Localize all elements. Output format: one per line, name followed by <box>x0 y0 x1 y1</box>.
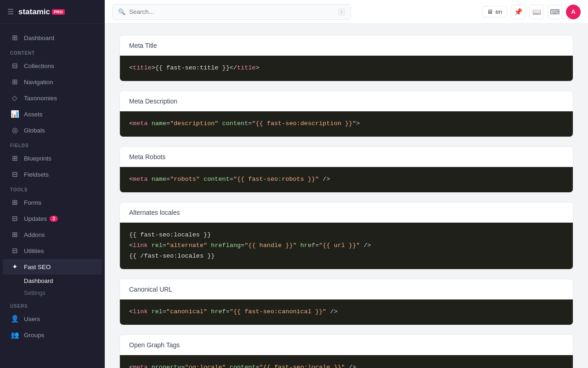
assets-icon: 📊 <box>10 109 19 119</box>
sidebar-item-navigation-label: Navigation <box>24 79 53 86</box>
code-line: <title>{{ fast-seo:title }}</title> <box>129 63 564 74</box>
code-line: <meta property="og:locale" content="{{ f… <box>129 362 564 368</box>
sidebar-item-fastseo[interactable]: ✦ Fast SEO <box>3 259 102 275</box>
section-label-content: CONTENT <box>0 46 105 58</box>
sidebar-item-blueprints[interactable]: ⊞ Blueprints <box>3 150 102 166</box>
sidebar: ☰ statamic PRO ⊞ Dashboard CONTENT ⊟ Col… <box>0 0 105 368</box>
sidebar-item-taxonomies[interactable]: ◇ Taxonomies <box>3 90 102 106</box>
fieldsets-icon: ⊟ <box>10 170 19 179</box>
sidebar-item-assets-label: Assets <box>24 111 43 118</box>
main-area: 🔍 / 🖥 en 📌 📖 ⌨ A Meta Title<title>{{ fas… <box>105 0 588 368</box>
addons-icon: ⊞ <box>10 230 19 239</box>
taxonomies-icon: ◇ <box>10 93 19 103</box>
code-section-header-meta-robots: Meta Robots <box>120 147 573 167</box>
code-block-canonical-url: <link rel="canonical" href="{{ fast-seo:… <box>120 299 573 325</box>
code-section-canonical-url: Canonical URL<link rel="canonical" href=… <box>119 279 573 325</box>
sidebar-nav: ⊞ Dashboard CONTENT ⊟ Collections ⊞ Navi… <box>0 24 105 368</box>
section-label-fields: FIELDS <box>0 138 105 150</box>
sidebar-subitem-settings-label: Settings <box>24 289 45 296</box>
topbar: 🔍 / 🖥 en 📌 📖 ⌨ A <box>105 0 588 24</box>
content-area: Meta Title<title>{{ fast-seo:title }}</t… <box>105 24 588 368</box>
code-line: <meta name="robots" content="{{ fast-seo… <box>129 174 564 185</box>
user-avatar[interactable]: A <box>566 5 581 19</box>
section-label-users: USERS <box>0 299 105 310</box>
code-block-meta-title: <title>{{ fast-seo:title }}</title> <box>120 56 573 81</box>
book-icon-button[interactable]: 📖 <box>529 5 544 19</box>
code-section-header-alternates-locales: Alternates locales <box>120 202 573 223</box>
navigation-icon: ⊞ <box>10 77 19 86</box>
keyboard-icon-button[interactable]: ⌨ <box>548 5 562 19</box>
blueprints-icon: ⊞ <box>10 154 19 163</box>
code-block-open-graph-tags: <meta property="og:locale" content="{{ f… <box>120 355 573 368</box>
sidebar-subitem-dashboard-label: Dashboard <box>24 277 53 284</box>
sidebar-subitem-settings[interactable]: Settings <box>3 287 102 299</box>
sidebar-item-fieldsets-label: Fieldsets <box>24 171 49 178</box>
code-line: <link rel="canonical" href="{{ fast-seo:… <box>129 307 564 317</box>
code-section-header-open-graph-tags: Open Graph Tags <box>120 335 573 355</box>
dashboard-icon: ⊞ <box>10 33 19 42</box>
sidebar-item-globals-label: Globals <box>24 127 45 134</box>
language-selector[interactable]: 🖥 en <box>482 6 507 17</box>
sidebar-item-assets[interactable]: 📊 Assets <box>3 106 102 122</box>
section-label-tools: TOOLS <box>0 183 105 194</box>
sidebar-item-forms[interactable]: ⊞ Forms <box>3 195 102 210</box>
search-input[interactable] <box>129 8 338 15</box>
sidebar-item-taxonomies-label: Taxonomies <box>24 95 57 102</box>
slash-key-badge: / <box>338 8 345 16</box>
forms-icon: ⊞ <box>10 198 19 207</box>
code-section-meta-robots: Meta Robots<meta name="robots" content="… <box>119 146 573 193</box>
code-section-alternates-locales: Alternates locales{{ fast-seo:locales }}… <box>119 202 573 270</box>
fastseo-icon: ✦ <box>10 262 19 271</box>
sidebar-item-dashboard-label: Dashboard <box>24 34 54 41</box>
code-section-header-meta-description: Meta Description <box>120 91 573 111</box>
code-line: {{ fast-seo:locales }} <box>129 230 564 241</box>
code-section-open-graph-tags: Open Graph Tags<meta property="og:locale… <box>119 334 573 368</box>
utilities-icon: ⊟ <box>10 246 19 255</box>
code-block-meta-description: <meta name="description" content="{{ fas… <box>120 111 573 137</box>
sidebar-item-utilities[interactable]: ⊟ Utilities <box>3 243 102 259</box>
menu-icon[interactable]: ☰ <box>7 7 14 16</box>
sidebar-item-fastseo-label: Fast SEO <box>24 264 51 270</box>
logo-pro-badge: PRO <box>52 9 65 15</box>
updates-icon: ⊟ <box>10 214 19 223</box>
sidebar-item-users-label: Users <box>24 316 40 322</box>
sidebar-header: ☰ statamic PRO <box>0 0 105 24</box>
sidebar-item-collections[interactable]: ⊟ Collections <box>3 58 102 74</box>
sidebar-item-dashboard[interactable]: ⊞ Dashboard <box>3 30 102 46</box>
search-icon: 🔍 <box>118 8 125 15</box>
search-box[interactable]: 🔍 / <box>112 4 351 20</box>
sidebar-item-fieldsets[interactable]: ⊟ Fieldsets <box>3 167 102 182</box>
code-section-meta-title: Meta Title<title>{{ fast-seo:title }}</t… <box>119 35 573 81</box>
sidebar-item-updates-label: Updates <box>24 215 47 222</box>
code-line: <meta name="description" content="{{ fas… <box>129 119 564 129</box>
sidebar-item-collections-label: Collections <box>24 63 54 69</box>
collections-icon: ⊟ <box>10 61 19 70</box>
lang-label: en <box>496 8 502 15</box>
groups-icon: 👥 <box>10 330 19 339</box>
sidebar-item-addons-label: Addons <box>24 231 45 238</box>
sidebar-item-updates[interactable]: ⊟ Updates 3 <box>3 211 102 226</box>
sidebar-item-users[interactable]: 👤 Users <box>3 311 102 327</box>
monitor-icon: 🖥 <box>487 8 493 15</box>
sidebar-item-navigation[interactable]: ⊞ Navigation <box>3 74 102 90</box>
logo-text: statamic <box>18 7 50 17</box>
users-icon: 👤 <box>10 314 19 323</box>
updates-badge: 3 <box>50 216 58 222</box>
code-line: {{ /fast-seo:locales }} <box>129 251 564 262</box>
logo[interactable]: statamic PRO <box>18 7 65 17</box>
sidebar-item-groups[interactable]: 👥 Groups <box>3 327 102 343</box>
code-section-meta-description: Meta Description<meta name="description"… <box>119 91 573 137</box>
pin-icon-button[interactable]: 📌 <box>511 5 526 19</box>
sidebar-item-blueprints-label: Blueprints <box>24 155 51 162</box>
sidebar-item-addons[interactable]: ⊞ Addons <box>3 227 102 242</box>
code-line: <link rel="alternate" hreflang="{{ handl… <box>129 241 564 251</box>
sidebar-item-utilities-label: Utilities <box>24 247 44 254</box>
code-section-header-canonical-url: Canonical URL <box>120 279 573 299</box>
code-block-meta-robots: <meta name="robots" content="{{ fast-seo… <box>120 167 573 192</box>
sidebar-item-globals[interactable]: ◎ Globals <box>3 122 102 138</box>
topbar-right: 🖥 en 📌 📖 ⌨ A <box>482 5 581 19</box>
code-block-alternates-locales: {{ fast-seo:locales }} <link rel="altern… <box>120 223 573 269</box>
sidebar-subitem-dashboard[interactable]: Dashboard <box>3 275 102 287</box>
sidebar-item-forms-label: Forms <box>24 199 41 206</box>
globals-icon: ◎ <box>10 126 19 135</box>
